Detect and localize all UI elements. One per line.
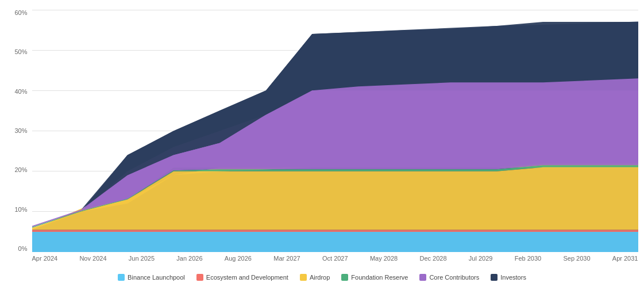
x-label-oct2027: Oct 2027 (322, 255, 348, 262)
x-label-aug2026: Aug 2026 (225, 255, 252, 262)
legend-item-airdrop: Airdrop (300, 274, 330, 281)
legend-color-launchpool (118, 274, 125, 281)
launchpool-area (32, 232, 638, 252)
legend-item-investors: Investors (491, 274, 526, 281)
legend-label-airdrop: Airdrop (310, 274, 330, 281)
legend-item-core-contributors: Core Contributors (419, 274, 479, 281)
chart-svg-main: // This won't execute inside SVG in HTML… (32, 10, 638, 252)
x-label-may2028: May 2028 (370, 255, 398, 262)
chart-container: 60% 50% 40% 30% 20% 10% 0% (6, 7, 638, 283)
legend-item-launchpool: Binance Launchpool (118, 274, 185, 281)
legend-label-foundation-reserve: Foundation Reserve (351, 274, 408, 281)
legend-color-foundation-reserve (341, 274, 348, 281)
x-label-mar2027: Mar 2027 (273, 255, 300, 262)
x-label-sep2030: Sep 2030 (563, 255, 590, 262)
legend-color-airdrop (300, 274, 307, 281)
y-label-30: 30% (14, 128, 27, 134)
x-label-jun2025: Jun 2025 (129, 255, 155, 262)
y-label-60: 60% (14, 10, 27, 16)
y-label-10: 10% (14, 207, 27, 213)
legend-item-foundation-reserve: Foundation Reserve (341, 274, 408, 281)
x-label-dec2028: Dec 2028 (419, 255, 446, 262)
y-label-0: 0% (18, 246, 28, 252)
x-axis: Apr 2024 Nov 2024 Jun 2025 Jan 2026 Aug … (32, 252, 638, 269)
chart-area: 60% 50% 40% 30% 20% 10% 0% (6, 7, 638, 269)
legend-color-ecosystem (196, 274, 203, 281)
x-label-jan2026: Jan 2026 (176, 255, 202, 262)
x-label-apr2031: Apr 2031 (612, 255, 638, 262)
legend-label-investors: Investors (500, 274, 526, 281)
legend-color-investors (491, 274, 498, 281)
x-label-jul2029: Jul 2029 (469, 255, 493, 262)
legend-label-ecosystem: Ecosystem and Development (206, 274, 288, 281)
x-label-apr2024: Apr 2024 (32, 255, 58, 262)
legend-color-core-contributors (419, 274, 426, 281)
y-label-50: 50% (14, 49, 27, 55)
legend-label-core-contributors: Core Contributors (429, 274, 479, 281)
x-label-nov2024: Nov 2024 (79, 255, 106, 262)
legend-label-launchpool: Binance Launchpool (128, 274, 185, 281)
chart-plot: // This won't execute inside SVG in HTML… (32, 7, 638, 269)
x-label-feb2030: Feb 2030 (515, 255, 541, 262)
y-label-20: 20% (14, 167, 27, 173)
ecosystem-area (32, 230, 638, 232)
y-axis: 60% 50% 40% 30% 20% 10% 0% (6, 7, 32, 269)
chart-legend: Binance Launchpool Ecosystem and Develop… (6, 269, 638, 283)
legend-item-ecosystem: Ecosystem and Development (196, 274, 288, 281)
y-label-40: 40% (14, 89, 27, 95)
